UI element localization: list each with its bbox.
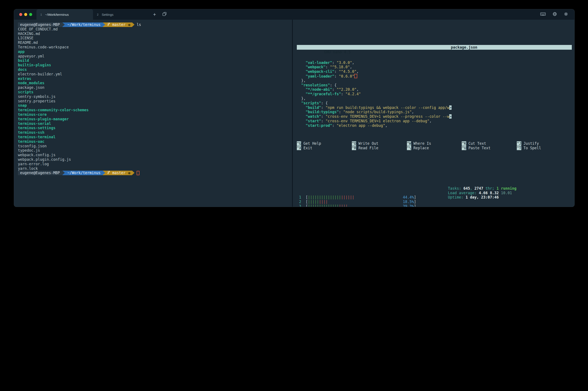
git-branch-name: master <box>110 22 128 27</box>
zoom-button[interactable] <box>29 13 32 16</box>
nano-line: "build": "npm run build:typings && webpa… <box>297 105 572 110</box>
titlebar[interactable]: 1 ~/Work/terminus 2 Settings + <box>14 9 574 20</box>
dir-item: node_modules <box>18 81 296 85</box>
stats-line: Uptime: 1 day, 23:07:46 <box>448 195 516 199</box>
powerline-arrow <box>132 171 135 175</box>
file-item: HACKING.md <box>18 31 296 36</box>
right-pane[interactable]: GNU nano 4.5 package.json "val-loader": … <box>297 20 572 207</box>
cpu-meter: 3 [|||||||||||||||||| 39.3%] <box>297 204 572 207</box>
new-tab-button[interactable]: + <box>149 9 159 20</box>
close-button[interactable] <box>19 13 22 16</box>
nano-line: "start:prod": "electron app --debug", <box>297 123 572 128</box>
git-branch-name: master <box>110 171 128 175</box>
tab-index: 2 <box>97 13 98 16</box>
nano-line: "*/node-abi": "^2.20.0", <box>297 87 572 92</box>
globe-button[interactable] <box>552 12 557 17</box>
pane-divider[interactable] <box>292 20 293 207</box>
nano-shortcut: ^K Cut Text <box>462 141 517 146</box>
window-content: eugene@Eugenes-MBP~/Work/terminus master… <box>14 20 574 207</box>
prompt-path: ~/Work/terminus <box>65 171 103 175</box>
file-item: package.json <box>18 85 296 90</box>
powerline-arrow <box>132 22 135 27</box>
dir-item: terminus-plugin-manager <box>18 117 296 121</box>
tab-index: 1 <box>40 13 42 16</box>
gear-icon <box>564 12 568 17</box>
file-item: LICENSE <box>18 36 296 40</box>
meters: 1 [||||||||||||||||||||| 44.4%] 2 [|||||… <box>297 195 572 207</box>
htop-pane: 1 [||||||||||||||||||||| 44.4%] 2 [|||||… <box>297 186 572 207</box>
dir-item: scripts <box>18 90 296 95</box>
minimize-button[interactable] <box>24 13 27 16</box>
nano-line: "start": "cross-env TERMINUS_DEV=1 elect… <box>297 119 572 123</box>
terminal-pane[interactable]: eugene@Eugenes-MBP~/Work/terminus master… <box>14 20 296 207</box>
settings-button[interactable] <box>564 12 568 17</box>
nano-line: "webpack": "^5.18.0", <box>297 65 572 69</box>
dir-item: extras <box>18 77 296 81</box>
htop-stats: Tasks: 645, 2747 thr; 1 runningLoad aver… <box>448 186 516 199</box>
powerline-arrow <box>103 22 105 27</box>
nano-shortcut: ^W Where Is <box>407 141 462 146</box>
dir-item: builtin-plugins <box>18 63 296 67</box>
nano-shortcut: ^T To Spell <box>517 146 572 150</box>
dir-item: terminus-ssh <box>18 130 296 135</box>
file-list: CODE_OF_CONDUCT.mdHACKING.mdLICENSEREADM… <box>18 27 296 171</box>
dir-item: terminus-uac <box>18 139 296 144</box>
tab-settings[interactable]: 2 Settings <box>93 9 149 20</box>
nano-shortcut: ^J Justify <box>517 141 572 146</box>
split-icon <box>162 12 167 17</box>
powerline-arrow <box>62 171 65 175</box>
nano-shortcut: ^U Paste Text <box>462 146 517 150</box>
dir-item: terminus-core <box>18 112 296 117</box>
prompt-git-segment: master ● <box>105 171 132 175</box>
terminal-cursor <box>137 171 140 175</box>
prompt-host: eugene@Eugenes-MBP <box>18 22 62 27</box>
titlebar-actions <box>540 9 574 20</box>
globe-icon <box>552 12 557 17</box>
tab-title: ~/Work/terminus <box>45 13 69 16</box>
nano-line: "webpack-cli": "^4.5.0", <box>297 69 572 74</box>
nano-shortcut: ^R Read File <box>352 146 407 150</box>
nano-line: "**/graceful-fs": "4.2.4" <box>297 92 572 96</box>
nano-line: "resolutions": { <box>297 83 572 88</box>
file-item: yarn-error.log <box>18 162 296 166</box>
nano-titlebar: GNU nano 4.5 package.json <box>297 45 572 50</box>
nano-shortcut: ^X Exit <box>297 146 352 150</box>
nano-filename: package.json <box>451 45 477 50</box>
nano-line: }, <box>297 78 572 83</box>
dir-item: build <box>18 58 296 63</box>
git-dirty-dot: ● <box>128 171 130 175</box>
traffic-lights <box>14 9 36 20</box>
nano-line: }, <box>297 96 572 101</box>
prompt-line-1: eugene@Eugenes-MBP~/Work/terminus master… <box>18 22 296 27</box>
nano-menu: ^G Get Help^O Write Out^W Where Is^K Cut… <box>297 141 572 150</box>
nano-shortcut: ^O Write Out <box>352 141 407 146</box>
dir-item: terminus-community-color-schemes <box>18 108 296 112</box>
file-item: README.md <box>18 40 296 45</box>
nano-version: GNU nano 4.5 <box>319 50 351 54</box>
tab-work-terminus[interactable]: 1 ~/Work/terminus <box>36 9 93 20</box>
nano-line: "val-loader": "3.0.0", <box>297 61 572 65</box>
keyboard-shortcuts-button[interactable] <box>540 12 546 17</box>
file-item: webpack.plugin.config.js <box>18 157 296 162</box>
dir-item: app <box>18 49 296 54</box>
nano-shortcut: ^\ Replace <box>407 146 462 150</box>
tab-title: Settings <box>102 13 113 16</box>
dir-item: terminus-serial <box>18 121 296 126</box>
file-item: electron-builder.yml <box>18 72 296 77</box>
keyboard-icon <box>540 12 546 17</box>
git-branch-icon <box>107 22 110 27</box>
dir-item: terminus-terminal <box>18 135 296 139</box>
file-item: sentry-symbols.js <box>18 95 296 99</box>
nano-shortcut: ^G Get Help <box>297 141 352 146</box>
dir-item: snap <box>18 103 296 108</box>
file-item: Terminus.code-workspace <box>18 45 296 49</box>
nano-line: "watch": "cross-env TERMINUS_DEV=1 webpa… <box>297 114 572 119</box>
file-item: tsconfig.json <box>18 144 296 148</box>
cpu-meter: 1 [||||||||||||||||||||| 44.4%] <box>297 195 572 199</box>
app-window: 1 ~/Work/terminus 2 Settings + <box>14 9 575 207</box>
file-item: sentry.properties <box>18 99 296 103</box>
stats-line: Tasks: 645, 2747 thr; 1 running <box>448 186 516 191</box>
dir-item: docs <box>18 67 296 72</box>
prompt-line-2: eugene@Eugenes-MBP~/Work/terminus master… <box>18 171 296 175</box>
split-button[interactable] <box>159 9 169 20</box>
